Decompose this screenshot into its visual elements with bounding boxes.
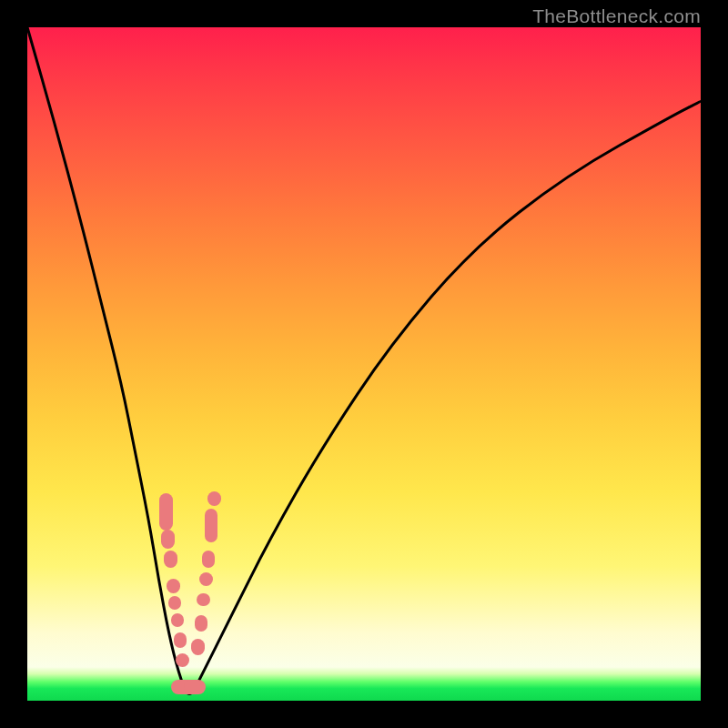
plot-area [27,27,701,701]
curve-bead [171,613,185,627]
curve-bead [161,530,175,549]
curve-bead [195,615,208,632]
curve-bead [167,579,180,593]
curve-bead [205,509,218,542]
curve-path [27,27,701,694]
bottleneck-curve [27,27,701,701]
watermark: TheBottleneck.com [532,5,701,27]
curve-bead [159,493,173,531]
curve-bead [207,491,221,506]
curve-bead [174,632,187,647]
curve-bead [191,639,205,655]
curve-bead [202,551,216,568]
curve-bead [176,653,189,667]
curve-bead [164,551,177,568]
curve-bead [184,680,206,694]
chart-frame: TheBottleneck.com [0,0,728,728]
